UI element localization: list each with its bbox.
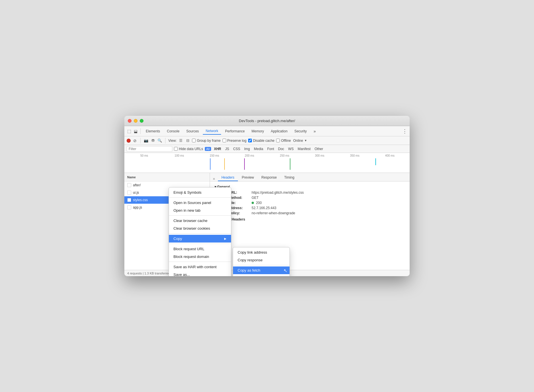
hide-data-urls-label: Hide data URLs (179, 147, 203, 151)
tab-elements[interactable]: Elements (143, 128, 163, 134)
more-options-icon[interactable]: ⋮ (402, 129, 407, 134)
detail-row-url: Request URL: https://preload.glitch.me/s… (215, 191, 405, 195)
devtools-toolbar: ⬚ ⬓ Elements Console Sources Network Per… (124, 126, 410, 136)
tab-network[interactable]: Network (203, 128, 221, 135)
timeline-labels: 50 ms 100 ms 150 ms 200 ms 250 ms 300 ms… (124, 153, 410, 157)
ctx-copy-link-address[interactable]: Copy link address (233, 248, 290, 256)
disable-cache-checkbox[interactable] (248, 139, 252, 142)
timeline-line-orange (224, 158, 225, 170)
detail-val-address: 52.7.166.25:443 (252, 206, 276, 210)
ctx-emoji-symbols[interactable]: Emoji & Symbols (169, 189, 231, 196)
ctx-divider-5 (169, 262, 231, 262)
clear-icon[interactable]: ⊘ (132, 138, 137, 143)
view-preview-icon[interactable]: ⊟ (185, 138, 190, 143)
offline-checkbox[interactable] (276, 139, 280, 142)
preserve-log-label: Preserve log (227, 139, 246, 143)
ctx-block-url[interactable]: Block request URL (169, 245, 231, 253)
file-icon-uijs (127, 191, 131, 195)
tab-performance[interactable]: Performance (222, 128, 248, 134)
timeline-label-4: 250 ms (267, 154, 302, 157)
preserve-log-row: Preserve log (222, 139, 246, 143)
ctx-save-har[interactable]: Save as HAR with content (169, 263, 231, 271)
tab-headers[interactable]: Headers (218, 174, 238, 181)
status-dot (252, 202, 254, 204)
timeline-label-6: 350 ms (337, 154, 372, 157)
ctx-block-domain[interactable]: Block request domain (169, 253, 231, 260)
title-bar: DevTools - preload.glitch.me/after/ (124, 116, 410, 126)
ctx-save-as[interactable]: Save as... (169, 271, 231, 276)
ctx-copy-as-fetch[interactable]: Copy as fetch ↖ (233, 266, 290, 274)
timeline-bar: 50 ms 100 ms 150 ms 200 ms 250 ms 300 ms… (124, 153, 410, 173)
filter-css[interactable]: CSS (232, 147, 241, 151)
filter-font[interactable]: Font (266, 147, 275, 151)
ctx-open-sources[interactable]: Open in Sources panel (169, 199, 231, 207)
timeline-label-3: 200 ms (232, 154, 267, 157)
preserve-log-checkbox[interactable] (222, 139, 226, 142)
detail-row-method: Request Method: GET (215, 196, 405, 200)
tab-preview[interactable]: Preview (238, 174, 258, 181)
tab-more[interactable]: » (311, 128, 319, 135)
filter-img[interactable]: Img (243, 147, 251, 151)
tab-sources[interactable]: Sources (183, 128, 202, 134)
timeline-line-green (290, 158, 290, 170)
tab-timing[interactable]: Timing (281, 174, 298, 181)
filter-other[interactable]: Other (313, 147, 324, 151)
section-general: ▾ General (215, 185, 405, 189)
ctx-clear-cache[interactable]: Clear browser cache (169, 217, 231, 225)
view-label: View: (168, 139, 177, 143)
detail-row-address: Remote Address: 52.7.166.25:443 (215, 206, 405, 210)
cursor-icon: ↖ (284, 268, 287, 273)
filter-doc[interactable]: Doc (277, 147, 285, 151)
group-by-frame-row: Group by frame (192, 139, 221, 143)
group-by-frame-checkbox[interactable] (192, 139, 196, 142)
toolbar-sep-1 (140, 128, 141, 134)
online-dropdown[interactable]: ▼ (304, 139, 307, 142)
camera-icon[interactable]: 📷 (143, 138, 149, 143)
file-list-header: Name (124, 173, 210, 181)
record-button[interactable] (127, 139, 131, 143)
detail-row-status: Status Code: 200 (215, 201, 405, 205)
timeline-label-1: 100 ms (162, 154, 197, 157)
tab-memory[interactable]: Memory (249, 128, 267, 134)
detail-val-url: https://preload.glitch.me/styles.css (252, 191, 304, 195)
filter-media[interactable]: Media (253, 147, 264, 151)
timeline-label-7: 400 ms (372, 154, 407, 157)
ctx-open-new-tab[interactable]: Open in new tab (169, 207, 231, 214)
hide-data-urls-checkbox[interactable] (174, 147, 178, 151)
maximize-traffic-light[interactable] (140, 119, 143, 123)
ctx-copy[interactable]: Copy (169, 235, 231, 243)
file-name-styles: styles.css (133, 198, 148, 202)
file-icon-styles (127, 198, 131, 202)
detail-val-method: GET (252, 196, 259, 200)
ctx-clear-cookies[interactable]: Clear browser cookies (169, 225, 231, 232)
status-text: 4 requests | 1.3 KB transferred (127, 272, 170, 275)
search-icon[interactable]: 🔍 (157, 138, 162, 143)
filter-js[interactable]: JS (224, 147, 230, 151)
details-tabs: × Headers Preview Response Timing (210, 173, 410, 181)
tab-console[interactable]: Console (164, 128, 182, 134)
file-name-after: after/ (133, 183, 141, 187)
close-traffic-light[interactable] (128, 119, 132, 123)
timeline-label-0: 50 ms (127, 154, 162, 157)
tab-response[interactable]: Response (258, 174, 280, 181)
tab-security[interactable]: Security (292, 128, 310, 134)
filter-all-badge[interactable]: All (205, 147, 211, 151)
tab-application[interactable]: Application (268, 128, 290, 134)
ctx-copy-as-curl[interactable]: Copy as cURL (233, 274, 290, 276)
filter-input[interactable] (127, 146, 172, 152)
filter-ws[interactable]: WS (287, 147, 295, 151)
ctx-copy-response[interactable]: Copy response (233, 256, 290, 264)
details-close[interactable]: × (213, 177, 215, 181)
timeline-line-blue (210, 158, 211, 170)
inspect-icon[interactable]: ⬚ (127, 129, 132, 134)
minimize-traffic-light[interactable] (134, 119, 137, 123)
filter-manifest[interactable]: Manifest (296, 147, 312, 151)
filter-xhr[interactable]: XHR (213, 147, 222, 151)
detail-row-referrer: Referrer Policy: no-referrer-when-downgr… (215, 211, 405, 215)
device-icon[interactable]: ⬓ (133, 129, 138, 134)
filter-icon[interactable]: ⛃ (150, 138, 155, 143)
details-content: ▾ General Request URL: https://preload.g… (210, 181, 410, 227)
filter-bar: Hide data URLs All XHR JS CSS Img Media … (124, 145, 410, 153)
file-icon-after (127, 183, 131, 187)
view-list-icon[interactable]: ☰ (178, 138, 183, 143)
